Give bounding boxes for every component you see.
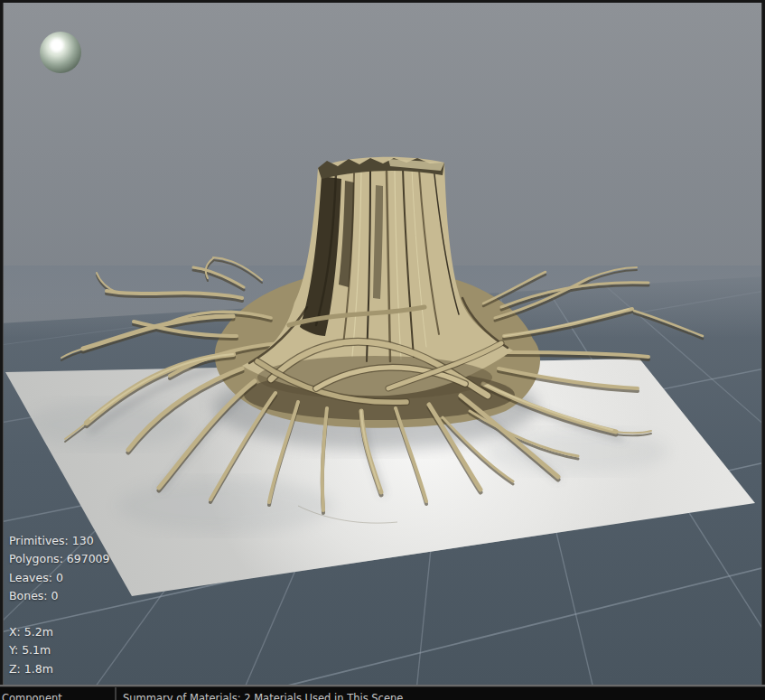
light-gizmo-sphere[interactable] <box>40 32 81 73</box>
viewport-frame-right <box>761 0 765 685</box>
status-bar: Component Summary of Materials: 2 Materi… <box>0 687 765 700</box>
coord-z: Z: 1.8m <box>9 660 53 678</box>
stat-primitives: Primitives: 130 <box>9 532 110 550</box>
status-materials-summary: Summary of Materials: 2 Materials Used i… <box>117 687 403 700</box>
scene-stats: Primitives: 130 Polygons: 697009 Leaves:… <box>9 532 110 606</box>
viewport-frame-top <box>0 0 765 3</box>
stat-polygons: Polygons: 697009 <box>9 550 110 568</box>
viewport-frame-left <box>0 0 4 685</box>
coord-x: X: 5.2m <box>9 623 53 641</box>
3d-viewport[interactable]: Primitives: 130 Polygons: 697009 Leaves:… <box>0 0 765 685</box>
stat-leaves: Leaves: 0 <box>9 569 110 587</box>
scene-coordinates: X: 5.2m Y: 5.1m Z: 1.8m <box>9 623 53 678</box>
status-mode-button[interactable]: Component <box>0 687 115 700</box>
coord-y: Y: 5.1m <box>9 641 53 659</box>
stat-bones: Bones: 0 <box>9 587 110 605</box>
app-window: Primitives: 130 Polygons: 697009 Leaves:… <box>0 0 765 700</box>
scene-render <box>0 0 765 685</box>
